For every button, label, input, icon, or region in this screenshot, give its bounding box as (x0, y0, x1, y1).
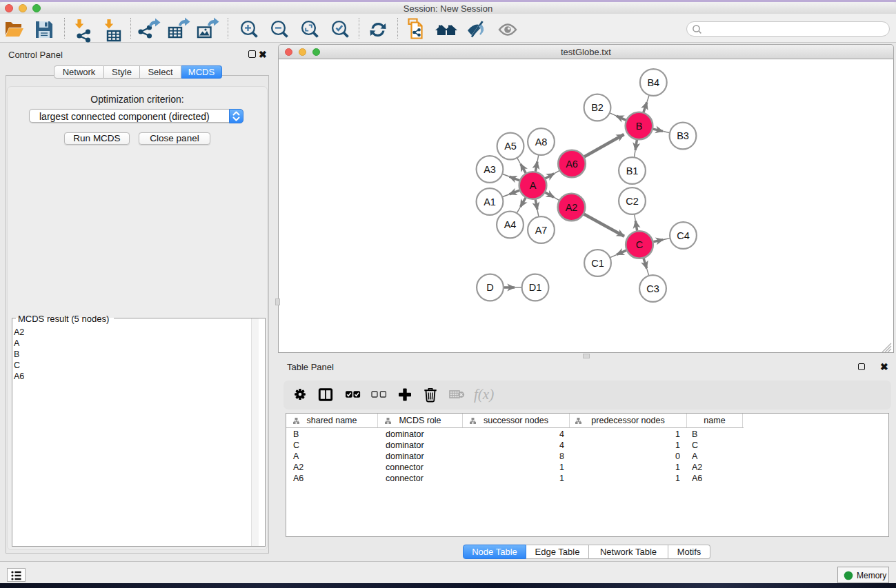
svg-text:C1: C1 (591, 258, 604, 269)
svg-text:B1: B1 (626, 165, 639, 176)
svg-text:B4: B4 (647, 77, 659, 88)
svg-text:A6: A6 (566, 159, 578, 170)
svg-text:D1: D1 (529, 282, 542, 293)
svg-text:A2: A2 (566, 202, 578, 213)
svg-text:A1: A1 (484, 196, 496, 207)
svg-text:B2: B2 (591, 102, 604, 113)
svg-text:A7: A7 (535, 225, 548, 236)
svg-text:C2: C2 (626, 196, 639, 207)
svg-text:A5: A5 (504, 141, 517, 152)
svg-text:A: A (530, 180, 537, 191)
svg-text:A4: A4 (504, 219, 517, 230)
svg-text:f(x): f(x) (474, 386, 494, 403)
svg-text:C4: C4 (677, 230, 690, 241)
svg-text:A3: A3 (484, 164, 496, 175)
svg-text:D: D (486, 282, 493, 293)
svg-text:B: B (636, 121, 643, 132)
svg-text:C: C (636, 239, 643, 250)
svg-text:B3: B3 (677, 130, 689, 141)
svg-text:C3: C3 (646, 283, 659, 294)
svg-text:A8: A8 (535, 136, 548, 148)
